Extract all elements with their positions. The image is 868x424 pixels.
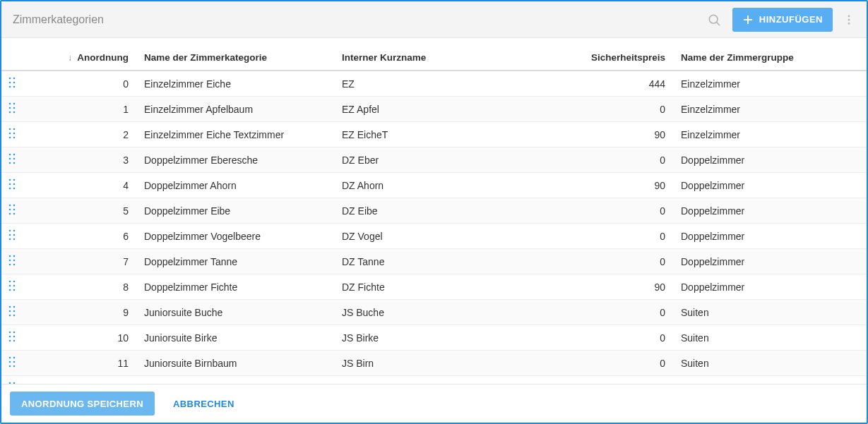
column-header-order[interactable]: ↓ Anordnung [25, 38, 138, 71]
svg-point-19 [9, 128, 11, 131]
svg-point-41 [9, 213, 11, 215]
table-row[interactable]: 0Einzelzimmer EicheEZ444Einzelzimmer [1, 71, 867, 97]
cell-group: Einzelzimmer [675, 97, 867, 122]
drag-handle-icon[interactable] [8, 356, 16, 368]
table-row[interactable]: 5Doppelzimmer EibeDZ Eibe0Doppelzimmer [1, 198, 867, 224]
cell-short: JS Birn [336, 351, 576, 376]
svg-point-59 [9, 289, 11, 291]
cell-price: 0 [576, 249, 675, 274]
cell-short: DZ Fichte [336, 274, 576, 300]
cell-price: 0 [576, 300, 675, 325]
cell-short: FW [336, 376, 576, 384]
svg-point-7 [9, 78, 11, 80]
drag-handle-icon[interactable] [8, 102, 16, 114]
svg-point-70 [13, 336, 16, 338]
cell-group: Doppelzimmer [675, 274, 867, 300]
drag-handle-icon[interactable] [8, 204, 16, 215]
cell-price: 444 [576, 71, 675, 97]
cell-name: Ferienwohnung [138, 376, 336, 384]
drag-handle-icon[interactable] [8, 128, 16, 139]
svg-point-13 [9, 103, 11, 105]
cell-short: JS Birke [336, 325, 576, 351]
cell-group: Einzelzimmer [675, 122, 867, 147]
cancel-button[interactable]: ABBRECHEN [167, 392, 240, 416]
svg-point-22 [13, 133, 16, 135]
save-order-button[interactable]: ANORDNUNG SPEICHERN [10, 392, 155, 416]
room-categories-table: ↓ Anordnung Name der Zimmerkategorie Int… [1, 38, 867, 384]
column-header-short[interactable]: Interner Kurzname [336, 38, 576, 71]
svg-point-15 [9, 107, 11, 109]
cell-order: 4 [25, 173, 138, 198]
cell-short: JS Buche [336, 300, 576, 325]
svg-point-27 [9, 158, 11, 160]
table-row[interactable]: 7Doppelzimmer TanneDZ Tanne0Doppelzimmer [1, 249, 867, 274]
svg-point-63 [9, 310, 11, 313]
svg-point-38 [13, 205, 16, 207]
cell-short: DZ Vogel [336, 224, 576, 249]
svg-point-57 [9, 285, 11, 287]
column-header-price[interactable]: Sicherheitspreis [576, 38, 675, 71]
table-row[interactable]: 3Doppelzimmer EberescheDZ Eber0Doppelzim… [1, 147, 867, 173]
cell-name: Doppelzimmer Eberesche [138, 147, 336, 173]
cell-short: EZ EicheT [336, 122, 576, 147]
cell-group: Doppelzimmer [675, 249, 867, 274]
cell-price: 0 [576, 224, 675, 249]
svg-point-26 [13, 154, 16, 156]
drag-handle-icon[interactable] [8, 77, 16, 88]
drag-handle-icon[interactable] [8, 153, 16, 164]
cell-short: DZ Eibe [336, 198, 576, 224]
cell-name: Doppelzimmer Eibe [138, 198, 336, 224]
drag-handle-icon[interactable] [8, 255, 16, 266]
svg-point-4 [848, 15, 850, 17]
cell-price: 0 [576, 198, 675, 224]
cell-price: 90 [576, 122, 675, 147]
table-row[interactable]: 8Doppelzimmer FichteDZ Fichte90Doppelzim… [1, 274, 867, 300]
cell-price: 0 [576, 97, 675, 122]
column-header-group[interactable]: Name der Zimmergruppe [675, 38, 867, 71]
svg-point-69 [9, 336, 11, 338]
cell-short: DZ Ahorn [336, 173, 576, 198]
svg-point-29 [9, 162, 11, 164]
table-row[interactable]: 12FerienwohnungFW0Ferienwohnung [1, 376, 867, 384]
drag-handle-icon[interactable] [8, 229, 16, 241]
cell-name: Juniorsuite Buche [138, 300, 336, 325]
table-row[interactable]: 11Juniorsuite BirnbaumJS Birn0Suiten [1, 351, 867, 376]
table-row[interactable]: 1Einzelzimmer ApfelbaumEZ Apfel0Einzelzi… [1, 97, 867, 122]
add-button[interactable]: HINZUFÜGEN [732, 8, 833, 32]
cell-group: Doppelzimmer [675, 147, 867, 173]
svg-point-44 [13, 230, 16, 232]
cell-order: 11 [25, 351, 138, 376]
search-button[interactable] [701, 7, 727, 32]
column-header-drag [1, 38, 25, 71]
table-row[interactable]: 10Juniorsuite BirkeJS Birke0Suiten [1, 325, 867, 351]
svg-point-14 [13, 103, 16, 105]
svg-point-40 [13, 209, 16, 211]
svg-point-24 [13, 137, 16, 139]
table-header-row: ↓ Anordnung Name der Zimmerkategorie Int… [1, 38, 867, 71]
cell-short: DZ Tanne [336, 249, 576, 274]
svg-point-33 [9, 183, 11, 186]
svg-point-48 [13, 238, 16, 241]
svg-line-1 [716, 22, 719, 25]
table-row[interactable]: 9Juniorsuite BucheJS Buche0Suiten [1, 300, 867, 325]
drag-handle-icon[interactable] [8, 280, 16, 291]
svg-point-9 [9, 82, 11, 84]
svg-point-12 [13, 86, 16, 88]
table-row[interactable]: 6Doppelzimmer VogelbeereDZ Vogel0Doppelz… [1, 224, 867, 249]
svg-point-66 [13, 315, 16, 317]
table-row[interactable]: 2Einzelzimmer Eiche TextzimmerEZ EicheT9… [1, 122, 867, 147]
column-header-name[interactable]: Name der Zimmerkategorie [138, 38, 336, 71]
drag-handle-icon[interactable] [8, 305, 16, 317]
svg-point-21 [9, 133, 11, 135]
drag-handle-icon[interactable] [8, 331, 16, 342]
more-options-button[interactable] [840, 7, 858, 32]
svg-point-78 [13, 365, 16, 368]
cell-order: 6 [25, 224, 138, 249]
cell-price: 90 [576, 173, 675, 198]
svg-point-65 [9, 315, 11, 317]
drag-handle-icon[interactable] [8, 178, 16, 190]
page-title: Zimmerkategorien [13, 13, 701, 26]
table-row[interactable]: 4Doppelzimmer AhornDZ Ahorn90Doppelzimme… [1, 173, 867, 198]
svg-point-67 [9, 332, 11, 334]
svg-point-71 [9, 340, 11, 342]
